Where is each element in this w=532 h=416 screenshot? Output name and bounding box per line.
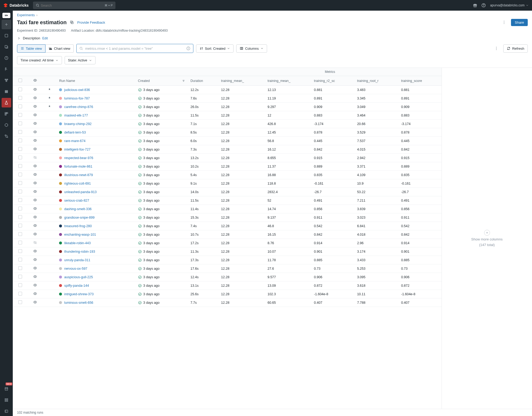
row-checkbox[interactable] — [18, 156, 22, 159]
brand-logo[interactable]: Databricks — [3, 3, 29, 8]
run-name-link[interactable]: grandiose-snipe-899 — [64, 216, 94, 219]
run-name-link[interactable]: rare-mare-674 — [64, 139, 85, 143]
sidebar-item-partner[interactable] — [2, 395, 11, 405]
pin-cell[interactable] — [43, 120, 57, 128]
table-row[interactable]: intrigued-shrew-3733 days ago25.6s12.281… — [13, 290, 442, 298]
row-checkbox[interactable] — [18, 139, 22, 142]
pin-cell[interactable] — [43, 196, 57, 205]
run-name-link[interactable]: righteous-colt-691 — [64, 182, 91, 185]
table-row[interactable]: defiant-tern-533 days ago8.5s12.2812.450… — [13, 128, 442, 137]
visibility-toggle[interactable] — [28, 120, 43, 128]
global-search-input[interactable] — [41, 3, 102, 7]
col-m3[interactable]: training_root_r — [354, 76, 398, 86]
select-all-checkbox[interactable] — [18, 78, 22, 82]
table-row[interactable]: grandiose-snipe-8993 days ago15.3s12.289… — [13, 213, 442, 222]
run-name-link[interactable]: unleashed-panda-913 — [64, 190, 97, 194]
col-duration[interactable]: Duration — [188, 76, 218, 86]
run-name-link[interactable]: unruly-panda-311 — [64, 258, 90, 262]
visibility-toggle[interactable] — [28, 247, 43, 256]
visibility-toggle[interactable] — [28, 188, 43, 196]
visibility-toggle[interactable] — [28, 298, 43, 307]
pin-cell[interactable] — [43, 298, 57, 307]
visibility-toggle[interactable] — [28, 230, 43, 239]
share-button[interactable]: Share — [511, 19, 528, 26]
row-checkbox[interactable] — [18, 190, 22, 193]
help-icon[interactable] — [481, 3, 486, 7]
run-name-link[interactable]: auspicious-gull-225 — [64, 275, 93, 279]
pin-cell[interactable] — [43, 256, 57, 264]
pin-cell[interactable] — [43, 222, 57, 230]
visibility-toggle[interactable] — [28, 281, 43, 290]
edit-description-link[interactable]: Edit — [42, 36, 48, 40]
sidebar-item-data[interactable] — [2, 64, 11, 74]
sidebar-item-create[interactable] — [2, 20, 11, 29]
pin-cell[interactable] — [43, 264, 57, 273]
user-menu[interactable]: apurva@databricks.com — [490, 3, 529, 7]
row-checkbox[interactable] — [18, 198, 22, 202]
run-name-link[interactable]: serious-crab-827 — [64, 199, 89, 202]
pin-cell[interactable] — [43, 188, 57, 196]
row-checkbox[interactable] — [18, 241, 22, 244]
visibility-toggle[interactable] — [28, 196, 43, 205]
col-m0[interactable]: training_mean_ — [218, 76, 265, 86]
col-created[interactable]: Created — [135, 76, 188, 86]
sidebar-item-compute[interactable] — [2, 87, 11, 96]
run-name-link[interactable]: respected-bear-976 — [64, 156, 93, 160]
sort-button[interactable]: Sort: Created — [196, 44, 234, 53]
table-row[interactable]: fortunate-mole-8613 days ago10.2s12.2811… — [13, 162, 442, 171]
run-name-link[interactable]: treasured-frog-280 — [64, 224, 92, 228]
filter-search-input[interactable] — [85, 47, 186, 51]
row-checkbox[interactable] — [18, 224, 22, 227]
sidebar-item-menu[interactable] — [2, 406, 11, 416]
columns-button[interactable]: Columns — [236, 44, 267, 53]
row-checkbox[interactable] — [18, 266, 22, 270]
run-name-link[interactable]: luminous-smelt-656 — [64, 301, 93, 305]
pin-cell[interactable] — [43, 239, 57, 247]
table-row[interactable]: rare-mare-6743 days ago6.0s12.2856.80.44… — [13, 137, 442, 145]
row-checkbox[interactable] — [18, 147, 22, 151]
row-checkbox[interactable] — [18, 122, 22, 125]
table-row[interactable]: illustrious-newt-8793 days ago5.4s12.281… — [13, 171, 442, 179]
visibility-toggle[interactable] — [28, 94, 43, 103]
show-more-columns[interactable]: Show more columns (147 total) — [442, 68, 532, 409]
sidebar-item-features[interactable] — [2, 109, 11, 119]
workspace-switcher[interactable]: M▾ — [2, 13, 10, 18]
feedback-link[interactable]: Provide Feedback — [77, 20, 105, 24]
row-checkbox[interactable] — [18, 113, 22, 117]
row-checkbox[interactable] — [18, 215, 22, 219]
chevron-right-icon[interactable] — [17, 36, 21, 40]
visibility-toggle[interactable] — [28, 273, 43, 281]
table-row[interactable]: nervous-ox-5973 days ago17.6s12.2827.60.… — [13, 264, 442, 273]
visibility-toggle[interactable] — [28, 256, 43, 264]
table-view-button[interactable]: Table view — [17, 44, 45, 53]
visibility-toggle[interactable] — [28, 213, 43, 222]
copy-icon[interactable] — [70, 20, 74, 24]
toolbar-more-button[interactable] — [492, 44, 501, 53]
row-checkbox[interactable] — [18, 283, 22, 287]
pin-cell[interactable] — [43, 290, 57, 298]
col-run-name[interactable]: Run Name — [56, 76, 135, 86]
pin-cell[interactable] — [43, 281, 57, 290]
visibility-toggle[interactable] — [28, 154, 43, 162]
table-row[interactable]: masked-elk-1773 days ago11.5s12.28120.88… — [13, 111, 442, 120]
table-row[interactable]: spiffy-panda-1443 days ago13.1s12.2813.0… — [13, 281, 442, 290]
run-name-link[interactable]: brawny-chimp-292 — [64, 122, 92, 126]
pin-cell[interactable] — [43, 179, 57, 188]
row-checkbox[interactable] — [18, 292, 22, 296]
visibility-toggle[interactable] — [28, 222, 43, 230]
run-name-link[interactable]: intrigued-shrew-373 — [64, 292, 93, 296]
sidebar-item-serving[interactable] — [2, 131, 11, 141]
pin-cell[interactable] — [43, 94, 57, 103]
visibility-toggle[interactable] — [28, 171, 43, 179]
state-filter-button[interactable]: State: Active — [65, 56, 95, 64]
run-name-link[interactable]: likeable-robin-443 — [64, 241, 90, 245]
visibility-toggle[interactable] — [28, 111, 43, 120]
table-row[interactable]: judicious-owl-8363 days ago12.2s12.2812.… — [13, 86, 442, 94]
row-checkbox[interactable] — [18, 232, 22, 236]
sidebar-item-repos[interactable] — [2, 42, 11, 52]
sidebar-item-workspace[interactable] — [2, 31, 11, 40]
sidebar-item-models[interactable] — [2, 120, 11, 130]
run-name-link[interactable]: illustrious-newt-879 — [64, 173, 93, 177]
table-row[interactable]: treasured-frog-2803 days ago7.4s12.2846.… — [13, 222, 442, 230]
run-name-link[interactable]: fortunate-mole-861 — [64, 165, 92, 168]
